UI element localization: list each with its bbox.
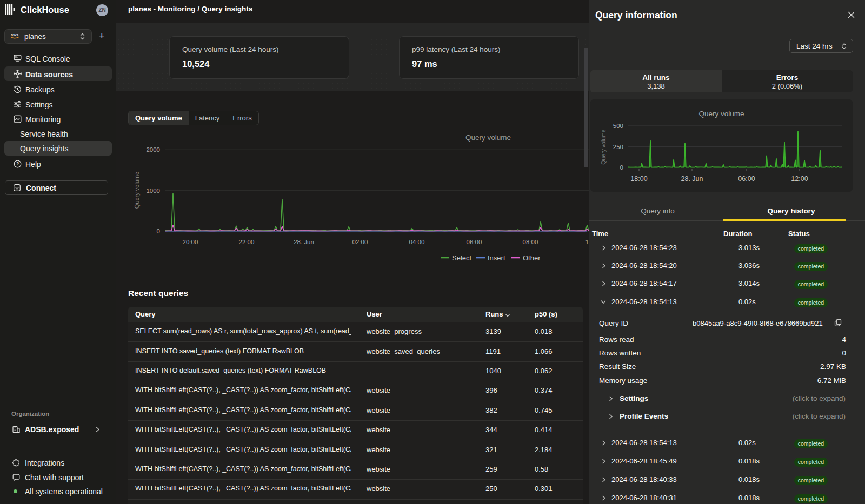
- svg-text:20:00: 20:00: [183, 239, 198, 245]
- svg-text:28. Jun: 28. Jun: [294, 239, 314, 245]
- svg-text:0: 0: [157, 228, 160, 234]
- svg-text:06:00: 06:00: [467, 239, 482, 245]
- svg-text:Query volume: Query volume: [134, 172, 140, 209]
- svg-text:22:00: 22:00: [239, 239, 255, 245]
- svg-text:02:00: 02:00: [352, 239, 368, 245]
- svg-text:Other: Other: [523, 254, 541, 262]
- svg-text:Select: Select: [452, 254, 472, 262]
- svg-text:?: ?: [16, 161, 19, 166]
- svg-text:1000: 1000: [146, 187, 160, 194]
- svg-text:1: 1: [585, 239, 589, 245]
- svg-text:12:00: 12:00: [791, 175, 808, 183]
- svg-text:Query volume: Query volume: [600, 129, 607, 165]
- svg-text:18:00: 18:00: [630, 175, 647, 183]
- svg-text:250: 250: [613, 144, 623, 150]
- svg-text:500: 500: [613, 123, 623, 129]
- svg-text:06:00: 06:00: [738, 175, 755, 183]
- svg-text:aws: aws: [11, 32, 18, 37]
- svg-text:04:00: 04:00: [409, 239, 425, 245]
- svg-text:28. Jun: 28. Jun: [681, 175, 703, 183]
- svg-text:2000: 2000: [146, 146, 160, 153]
- svg-text:08:00: 08:00: [523, 239, 538, 245]
- svg-text:Insert: Insert: [488, 254, 505, 262]
- svg-text:0: 0: [620, 164, 623, 171]
